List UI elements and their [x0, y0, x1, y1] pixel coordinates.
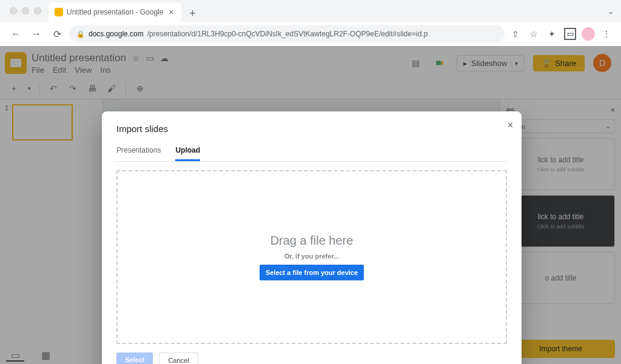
share-url-icon[interactable]: ⇧: [508, 27, 523, 41]
dialog-tabs: Presentations Upload: [116, 146, 507, 162]
profile-avatar[interactable]: [581, 27, 596, 41]
select-file-button[interactable]: Select a file from your device: [260, 265, 364, 280]
browser-tab[interactable]: Untitled presentation - Google ×: [49, 2, 181, 22]
lock-icon: 🔒: [76, 30, 85, 38]
url-host: docs.google.com: [89, 30, 144, 38]
url-path: /presentation/d/1RL3H9cp0-cnQcVDiNsIk_ed…: [147, 30, 428, 38]
tab-title: Untitled presentation - Google: [67, 8, 163, 16]
dialog-title: Import slides: [116, 124, 507, 134]
tab-close-icon[interactable]: ×: [167, 8, 175, 16]
slides-app: Untitled presentation ☆ ▭ ☁ File Edit Vi…: [0, 46, 621, 364]
close-window-icon[interactable]: [10, 7, 17, 15]
tabs-overflow-icon[interactable]: ⌄: [608, 7, 614, 16]
maximize-window-icon[interactable]: [34, 7, 41, 15]
back-button[interactable]: ←: [7, 25, 24, 42]
close-dialog-button[interactable]: ×: [508, 120, 513, 131]
select-button[interactable]: Select: [116, 352, 153, 364]
tab-strip: Untitled presentation - Google × + ⌄: [0, 0, 621, 22]
browser-chrome: Untitled presentation - Google × + ⌄ ← →…: [0, 0, 621, 46]
file-dropzone[interactable]: Drag a file here Or, if you prefer... Se…: [116, 170, 507, 344]
address-bar: ← → ⟳ 🔒 docs.google.com/presentation/d/1…: [0, 22, 621, 46]
import-slides-dialog: × Import slides Presentations Upload Dra…: [102, 111, 522, 364]
browser-menu-icon[interactable]: ⋮: [599, 27, 614, 41]
tab-upload[interactable]: Upload: [175, 146, 200, 161]
forward-button[interactable]: →: [28, 25, 45, 42]
dialog-footer: Select Cancel: [116, 352, 507, 364]
slides-favicon-icon: [55, 8, 63, 16]
dropzone-subtitle: Or, if you prefer...: [284, 253, 339, 260]
reload-button[interactable]: ⟳: [49, 25, 65, 42]
tab-presentations[interactable]: Presentations: [116, 146, 161, 161]
url-field[interactable]: 🔒 docs.google.com/presentation/d/1RL3H9c…: [69, 25, 505, 42]
dropzone-title: Drag a file here: [270, 234, 354, 248]
minimize-window-icon[interactable]: [22, 7, 29, 15]
bookmark-icon[interactable]: ☆: [526, 27, 541, 41]
cancel-button[interactable]: Cancel: [159, 352, 198, 364]
extensions-icon[interactable]: ✦: [545, 27, 559, 41]
window-controls: [10, 7, 41, 15]
extension-b-icon[interactable]: ▭: [563, 27, 577, 41]
new-tab-button[interactable]: +: [184, 5, 201, 22]
